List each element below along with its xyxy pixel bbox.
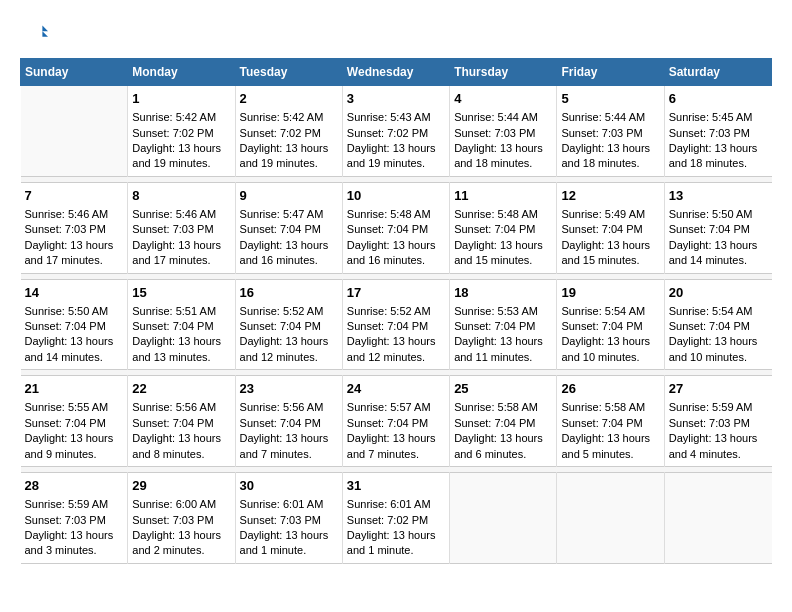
header-monday: Monday: [128, 59, 235, 86]
day-number: 11: [454, 187, 552, 205]
cell-w1-d5: 4Sunrise: 5:44 AMSunset: 7:03 PMDaylight…: [450, 86, 557, 177]
day-number: 6: [669, 90, 768, 108]
daylight-label: Daylight: 13 hours: [561, 142, 650, 154]
day-number: 9: [240, 187, 338, 205]
daylight-label: Daylight: 13 hours: [454, 432, 543, 444]
daylight-minutes: and 9 minutes.: [25, 448, 97, 460]
sunset-label: Sunset: 7:04 PM: [561, 223, 642, 235]
cell-w4-d3: 23Sunrise: 5:56 AMSunset: 7:04 PMDayligh…: [235, 376, 342, 467]
day-number: 22: [132, 380, 230, 398]
day-number: 30: [240, 477, 338, 495]
daylight-label: Daylight: 13 hours: [25, 239, 114, 251]
daylight-minutes: and 17 minutes.: [25, 254, 103, 266]
sunrise-label: Sunrise: 5:56 AM: [240, 401, 324, 413]
cell-w5-d6: [557, 473, 664, 564]
cell-w3-d4: 17Sunrise: 5:52 AMSunset: 7:04 PMDayligh…: [342, 279, 449, 370]
daylight-minutes: and 16 minutes.: [347, 254, 425, 266]
cell-w5-d5: [450, 473, 557, 564]
sunrise-label: Sunrise: 5:55 AM: [25, 401, 109, 413]
cell-w5-d3: 30Sunrise: 6:01 AMSunset: 7:03 PMDayligh…: [235, 473, 342, 564]
day-number: 29: [132, 477, 230, 495]
day-number: 7: [25, 187, 124, 205]
cell-w3-d3: 16Sunrise: 5:52 AMSunset: 7:04 PMDayligh…: [235, 279, 342, 370]
sunset-label: Sunset: 7:04 PM: [454, 223, 535, 235]
header-friday: Friday: [557, 59, 664, 86]
header-saturday: Saturday: [664, 59, 771, 86]
daylight-minutes: and 6 minutes.: [454, 448, 526, 460]
daylight-label: Daylight: 13 hours: [132, 335, 221, 347]
day-number: 10: [347, 187, 445, 205]
sunset-label: Sunset: 7:03 PM: [669, 417, 750, 429]
day-number: 2: [240, 90, 338, 108]
sunset-label: Sunset: 7:04 PM: [25, 417, 106, 429]
daylight-minutes: and 16 minutes.: [240, 254, 318, 266]
sunrise-label: Sunrise: 5:50 AM: [25, 305, 109, 317]
header: [20, 20, 772, 48]
sunset-label: Sunset: 7:02 PM: [132, 127, 213, 139]
daylight-minutes: and 1 minute.: [240, 544, 307, 556]
sunrise-label: Sunrise: 5:46 AM: [132, 208, 216, 220]
cell-w5-d7: [664, 473, 771, 564]
sunrise-label: Sunrise: 5:47 AM: [240, 208, 324, 220]
header-tuesday: Tuesday: [235, 59, 342, 86]
sunset-label: Sunset: 7:04 PM: [561, 320, 642, 332]
header-row: SundayMondayTuesdayWednesdayThursdayFrid…: [21, 59, 772, 86]
sunrise-label: Sunrise: 5:59 AM: [669, 401, 753, 413]
daylight-label: Daylight: 13 hours: [347, 529, 436, 541]
daylight-minutes: and 13 minutes.: [132, 351, 210, 363]
sunset-label: Sunset: 7:04 PM: [347, 223, 428, 235]
sunset-label: Sunset: 7:04 PM: [561, 417, 642, 429]
daylight-label: Daylight: 13 hours: [561, 239, 650, 251]
day-number: 28: [25, 477, 124, 495]
calendar-table: SundayMondayTuesdayWednesdayThursdayFrid…: [20, 58, 772, 564]
day-number: 19: [561, 284, 659, 302]
cell-w1-d3: 2Sunrise: 5:42 AMSunset: 7:02 PMDaylight…: [235, 86, 342, 177]
day-number: 4: [454, 90, 552, 108]
daylight-label: Daylight: 13 hours: [132, 529, 221, 541]
day-number: 15: [132, 284, 230, 302]
header-wednesday: Wednesday: [342, 59, 449, 86]
cell-w4-d4: 24Sunrise: 5:57 AMSunset: 7:04 PMDayligh…: [342, 376, 449, 467]
sunrise-label: Sunrise: 5:52 AM: [240, 305, 324, 317]
daylight-label: Daylight: 13 hours: [454, 335, 543, 347]
week-row-1: 1Sunrise: 5:42 AMSunset: 7:02 PMDaylight…: [21, 86, 772, 177]
day-number: 24: [347, 380, 445, 398]
day-number: 8: [132, 187, 230, 205]
sunset-label: Sunset: 7:04 PM: [347, 320, 428, 332]
cell-w5-d1: 28Sunrise: 5:59 AMSunset: 7:03 PMDayligh…: [21, 473, 128, 564]
day-number: 18: [454, 284, 552, 302]
cell-w2-d5: 11Sunrise: 5:48 AMSunset: 7:04 PMDayligh…: [450, 182, 557, 273]
day-number: 12: [561, 187, 659, 205]
day-number: 27: [669, 380, 768, 398]
daylight-minutes: and 7 minutes.: [347, 448, 419, 460]
sunrise-label: Sunrise: 5:57 AM: [347, 401, 431, 413]
day-number: 31: [347, 477, 445, 495]
logo-icon: [20, 20, 48, 48]
sunrise-label: Sunrise: 5:43 AM: [347, 111, 431, 123]
cell-w1-d6: 5Sunrise: 5:44 AMSunset: 7:03 PMDaylight…: [557, 86, 664, 177]
cell-w2-d3: 9Sunrise: 5:47 AMSunset: 7:04 PMDaylight…: [235, 182, 342, 273]
week-row-4: 21Sunrise: 5:55 AMSunset: 7:04 PMDayligh…: [21, 376, 772, 467]
sunset-label: Sunset: 7:03 PM: [561, 127, 642, 139]
sunset-label: Sunset: 7:03 PM: [132, 223, 213, 235]
sunset-label: Sunset: 7:02 PM: [240, 127, 321, 139]
daylight-label: Daylight: 13 hours: [240, 142, 329, 154]
daylight-minutes: and 10 minutes.: [669, 351, 747, 363]
sunrise-label: Sunrise: 5:54 AM: [561, 305, 645, 317]
day-number: 1: [132, 90, 230, 108]
sunrise-label: Sunrise: 6:01 AM: [347, 498, 431, 510]
cell-w2-d2: 8Sunrise: 5:46 AMSunset: 7:03 PMDaylight…: [128, 182, 235, 273]
sunset-label: Sunset: 7:04 PM: [669, 320, 750, 332]
daylight-minutes: and 18 minutes.: [454, 157, 532, 169]
week-row-5: 28Sunrise: 5:59 AMSunset: 7:03 PMDayligh…: [21, 473, 772, 564]
sunset-label: Sunset: 7:04 PM: [240, 417, 321, 429]
sunrise-label: Sunrise: 5:58 AM: [454, 401, 538, 413]
daylight-label: Daylight: 13 hours: [25, 432, 114, 444]
cell-w4-d6: 26Sunrise: 5:58 AMSunset: 7:04 PMDayligh…: [557, 376, 664, 467]
svg-marker-1: [42, 26, 48, 32]
cell-w1-d4: 3Sunrise: 5:43 AMSunset: 7:02 PMDaylight…: [342, 86, 449, 177]
sunset-label: Sunset: 7:04 PM: [240, 223, 321, 235]
daylight-minutes: and 12 minutes.: [240, 351, 318, 363]
day-number: 25: [454, 380, 552, 398]
sunrise-label: Sunrise: 5:44 AM: [561, 111, 645, 123]
